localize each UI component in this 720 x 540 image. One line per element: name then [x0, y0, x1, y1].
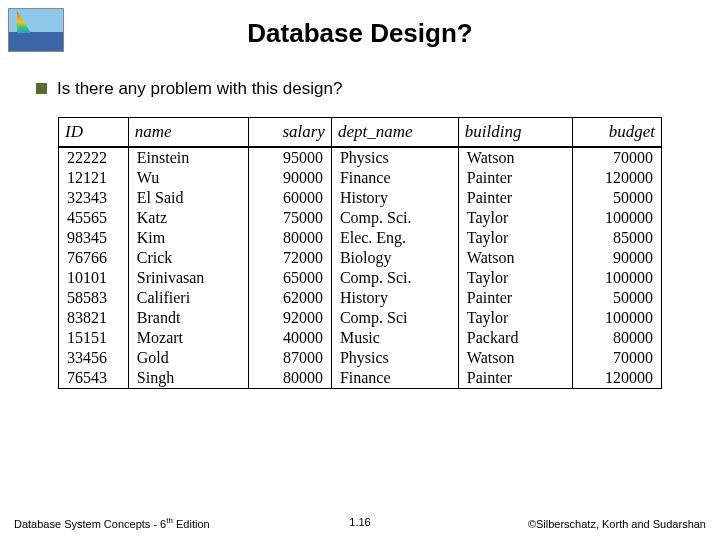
table-cell: 98345 [59, 228, 129, 248]
table-cell: Taylor [458, 308, 572, 328]
footer-left-sup: th [166, 516, 173, 525]
table-cell: Taylor [458, 228, 572, 248]
table-cell: Physics [331, 147, 458, 168]
table-row: 32343El Said60000HistoryPainter50000 [59, 188, 662, 208]
table-cell: 120000 [573, 168, 662, 188]
instructor-table: ID name salary dept_name building budget… [58, 117, 662, 389]
footer-left-prefix: Database System Concepts - 6 [14, 518, 166, 530]
table-cell: 62000 [249, 288, 332, 308]
slide-footer: Database System Concepts - 6th Edition 1… [0, 516, 720, 530]
table-cell: 120000 [573, 368, 662, 389]
table-row: 33456Gold87000PhysicsWatson70000 [59, 348, 662, 368]
bullet-text: Is there any problem with this design? [57, 79, 342, 99]
table-cell: 50000 [573, 188, 662, 208]
col-salary: salary [249, 118, 332, 148]
table-cell: 90000 [573, 248, 662, 268]
table-cell: Painter [458, 288, 572, 308]
table-cell: Crick [128, 248, 249, 268]
table-cell: 12121 [59, 168, 129, 188]
table-row: 83821Brandt92000Comp. SciTaylor100000 [59, 308, 662, 328]
footer-left: Database System Concepts - 6th Edition [14, 516, 210, 530]
table-cell: Biology [331, 248, 458, 268]
table-row: 15151Mozart40000MusicPackard80000 [59, 328, 662, 348]
table-cell: 22222 [59, 147, 129, 168]
table-cell: 80000 [249, 228, 332, 248]
table-row: 22222Einstein95000PhysicsWatson70000 [59, 147, 662, 168]
table-cell: 15151 [59, 328, 129, 348]
table-cell: Kim [128, 228, 249, 248]
data-table: ID name salary dept_name building budget… [58, 117, 662, 389]
table-cell: Srinivasan [128, 268, 249, 288]
table-cell: 33456 [59, 348, 129, 368]
table-cell: 76766 [59, 248, 129, 268]
table-cell: Painter [458, 188, 572, 208]
table-cell: Watson [458, 147, 572, 168]
table-cell: 50000 [573, 288, 662, 308]
table-cell: 58583 [59, 288, 129, 308]
table-row: 98345Kim80000Elec. Eng.Taylor85000 [59, 228, 662, 248]
footer-right: ©Silberschatz, Korth and Sudarshan [528, 518, 706, 530]
table-cell: 10101 [59, 268, 129, 288]
table-cell: 80000 [249, 368, 332, 389]
table-cell: Comp. Sci. [331, 208, 458, 228]
table-row: 76543Singh80000FinancePainter120000 [59, 368, 662, 389]
col-dept: dept_name [331, 118, 458, 148]
table-cell: 92000 [249, 308, 332, 328]
table-cell: Painter [458, 368, 572, 389]
table-cell: Brandt [128, 308, 249, 328]
table-row: 76766Crick72000BiologyWatson90000 [59, 248, 662, 268]
table-cell: Taylor [458, 268, 572, 288]
footer-center: 1.16 [349, 516, 370, 528]
table-cell: Finance [331, 368, 458, 389]
table-cell: 100000 [573, 308, 662, 328]
table-cell: 76543 [59, 368, 129, 389]
table-cell: 75000 [249, 208, 332, 228]
table-cell: Einstein [128, 147, 249, 168]
table-row: 12121Wu90000FinancePainter120000 [59, 168, 662, 188]
table-cell: 40000 [249, 328, 332, 348]
table-cell: Music [331, 328, 458, 348]
footer-left-suffix: Edition [173, 518, 210, 530]
table-cell: 100000 [573, 208, 662, 228]
table-cell: 80000 [573, 328, 662, 348]
table-row: 58583Califieri62000HistoryPainter50000 [59, 288, 662, 308]
table-cell: History [331, 288, 458, 308]
table-cell: Watson [458, 248, 572, 268]
table-cell: 65000 [249, 268, 332, 288]
table-cell: Taylor [458, 208, 572, 228]
table-cell: 83821 [59, 308, 129, 328]
square-bullet-icon [36, 83, 47, 94]
slide-body: Is there any problem with this design? I… [0, 49, 720, 389]
table-cell: Finance [331, 168, 458, 188]
col-name: name [128, 118, 249, 148]
col-budget: budget [573, 118, 662, 148]
table-cell: Elec. Eng. [331, 228, 458, 248]
table-cell: Physics [331, 348, 458, 368]
bullet-item: Is there any problem with this design? [36, 79, 684, 99]
table-cell: Painter [458, 168, 572, 188]
table-cell: 87000 [249, 348, 332, 368]
table-cell: 32343 [59, 188, 129, 208]
table-cell: 45565 [59, 208, 129, 228]
table-cell: 60000 [249, 188, 332, 208]
table-cell: 95000 [249, 147, 332, 168]
slide: Database Design? Is there any problem wi… [0, 0, 720, 540]
col-id: ID [59, 118, 129, 148]
table-cell: 100000 [573, 268, 662, 288]
table-cell: Gold [128, 348, 249, 368]
table-cell: Watson [458, 348, 572, 368]
table-cell: 70000 [573, 348, 662, 368]
table-cell: Packard [458, 328, 572, 348]
table-cell: 85000 [573, 228, 662, 248]
table-cell: 90000 [249, 168, 332, 188]
slide-title: Database Design? [0, 0, 720, 49]
table-cell: Comp. Sci. [331, 268, 458, 288]
textbook-logo [8, 8, 64, 52]
col-bldg: building [458, 118, 572, 148]
table-cell: Califieri [128, 288, 249, 308]
table-cell: El Said [128, 188, 249, 208]
table-cell: Wu [128, 168, 249, 188]
table-cell: Mozart [128, 328, 249, 348]
table-header-row: ID name salary dept_name building budget [59, 118, 662, 148]
table-cell: History [331, 188, 458, 208]
